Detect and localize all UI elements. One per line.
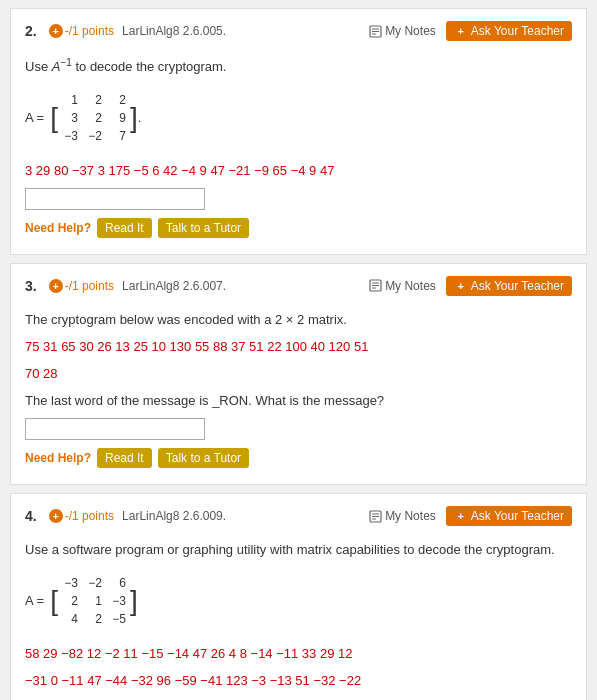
points-badge: + -/1 points [49,24,114,38]
cell-1-2: −2 [86,574,102,592]
ask-teacher-label: Ask Your Teacher [471,509,564,523]
cell-3-2: −2 [86,127,102,145]
ask-teacher-label: Ask Your Teacher [471,24,564,38]
my-notes-link[interactable]: My Notes [369,279,436,293]
my-notes-link[interactable]: My Notes [369,509,436,523]
matrix-period: . [138,110,142,125]
points-badge: + -/1 points [49,509,114,523]
extra-text: The last word of the message is _RON. Wh… [25,391,572,411]
plus-icon: + [49,279,63,293]
right-bracket: ] [130,104,138,132]
need-help-row: Need Help? Read It Talk to a Tutor [25,218,572,238]
cell-1-3: 6 [110,574,126,592]
cryptogram-numbers: 3 29 80 −37 3 175 −5 6 42 −4 9 47 −21 −9… [25,161,572,182]
points-text: -/1 points [65,509,114,523]
right-bracket: ] [130,587,138,615]
cryptogram-numbers-line1: 75 31 65 30 26 13 25 10 130 55 88 37 51 … [25,337,572,358]
notes-icon [369,510,382,523]
plus-icon: + [49,24,63,38]
cell-2-1: 2 [62,592,78,610]
question-4-header: 4. + -/1 points LarLinAlg8 2.6.009. My N… [25,506,572,526]
cell-3-2: 2 [86,610,102,628]
talk-tutor-button[interactable]: Talk to a Tutor [158,448,249,468]
ask-teacher-label: Ask Your Teacher [471,279,564,293]
ref-text: LarLinAlg8 2.6.005. [122,24,226,38]
ref-text: LarLinAlg8 2.6.009. [122,509,226,523]
cell-1-2: 2 [86,91,102,109]
points-badge: + -/1 points [49,279,114,293]
cell-2-2: 1 [86,592,102,610]
ask-teacher-button[interactable]: + Ask Your Teacher [446,506,572,526]
read-it-button[interactable]: Read It [97,448,152,468]
plus-icon: + [49,509,63,523]
matrix-label: A = [25,110,44,125]
cell-2-3: −3 [110,592,126,610]
matrix-container: A = [ 1 2 2 3 2 9 −3 −2 7 ] [25,89,141,147]
question-number: 2. [25,23,37,39]
ask-teacher-button[interactable]: + Ask Your Teacher [446,21,572,41]
matrix-label: A = [25,593,44,608]
question-text: The cryptogram below was encoded with a … [25,310,572,330]
cell-2-1: 3 [62,109,78,127]
question-number: 4. [25,508,37,524]
question-3-body: The cryptogram below was encoded with a … [25,306,572,473]
cryptogram-numbers-line1: 58 29 −82 12 −2 11 −15 −14 47 26 4 8 −14… [25,644,572,665]
question-3: 3. + -/1 points LarLinAlg8 2.6.007. My N… [10,263,587,486]
matrix-rows: −3 −2 6 2 1 −3 4 2 −5 [58,572,130,630]
cell-1-3: 2 [110,91,126,109]
left-bracket: [ [50,587,58,615]
answer-input[interactable] [25,418,205,440]
cryptogram-numbers-line2: 70 28 [25,364,572,385]
header-actions: My Notes + Ask Your Teacher [369,21,572,41]
matrix-rows: 1 2 2 3 2 9 −3 −2 7 [58,89,130,147]
cell-1-1: −3 [62,574,78,592]
ref-text: LarLinAlg8 2.6.007. [122,279,226,293]
points-text: -/1 points [65,279,114,293]
question-number: 3. [25,278,37,294]
cryptogram-numbers-line2: −31 0 −11 47 −44 −32 96 −59 −41 123 −3 −… [25,671,572,692]
cell-3-3: 7 [110,127,126,145]
matrix-row-2: 2 1 −3 [62,592,126,610]
ask-teacher-button[interactable]: + Ask Your Teacher [446,276,572,296]
cell-3-1: −3 [62,127,78,145]
read-it-button[interactable]: Read It [97,218,152,238]
matrix-container: A = [ −3 −2 6 2 1 −3 4 2 −5 ] [25,572,138,630]
left-bracket: [ [50,104,58,132]
answer-input[interactable] [25,188,205,210]
question-text: Use a software program or graphing utili… [25,540,572,560]
question-2-header: 2. + -/1 points LarLinAlg8 2.6.005. My N… [25,21,572,41]
matrix-row-3: 4 2 −5 [62,610,126,628]
my-notes-label: My Notes [385,279,436,293]
ask-plus-icon: + [454,279,468,293]
question-text: Use A−1 to decode the cryptogram. [25,55,572,77]
ask-plus-icon: + [454,509,468,523]
points-text: -/1 points [65,24,114,38]
my-notes-label: My Notes [385,509,436,523]
question-4-body: Use a software program or graphing utili… [25,536,572,700]
cell-3-3: −5 [110,610,126,628]
matrix-row-2: 3 2 9 [62,109,126,127]
header-actions: My Notes + Ask Your Teacher [369,506,572,526]
need-help-row: Need Help? Read It Talk to a Tutor [25,448,572,468]
need-help-label: Need Help? [25,221,91,235]
cell-1-1: 1 [62,91,78,109]
cell-3-1: 4 [62,610,78,628]
notes-icon [369,25,382,38]
question-2: 2. + -/1 points LarLinAlg8 2.6.005. My N… [10,8,587,255]
matrix-row-3: −3 −2 7 [62,127,126,145]
question-2-body: Use A−1 to decode the cryptogram. A = [ … [25,51,572,242]
matrix-row-1: 1 2 2 [62,91,126,109]
need-help-label: Need Help? [25,451,91,465]
question-4: 4. + -/1 points LarLinAlg8 2.6.009. My N… [10,493,587,700]
cell-2-3: 9 [110,109,126,127]
cell-2-2: 2 [86,109,102,127]
matrix-row-1: −3 −2 6 [62,574,126,592]
ask-plus-icon: + [454,24,468,38]
talk-tutor-button[interactable]: Talk to a Tutor [158,218,249,238]
question-3-header: 3. + -/1 points LarLinAlg8 2.6.007. My N… [25,276,572,296]
header-actions: My Notes + Ask Your Teacher [369,276,572,296]
my-notes-link[interactable]: My Notes [369,24,436,38]
notes-icon [369,279,382,292]
my-notes-label: My Notes [385,24,436,38]
